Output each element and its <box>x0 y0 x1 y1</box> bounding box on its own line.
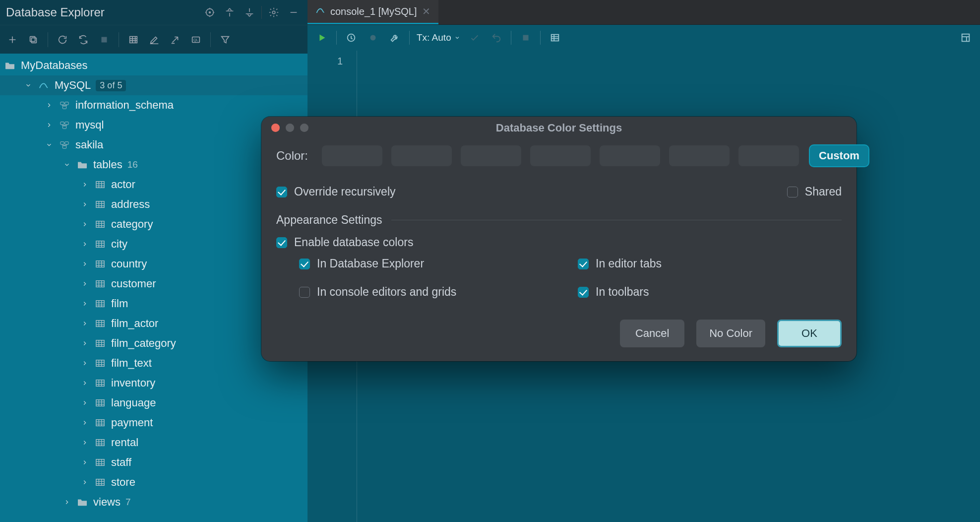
color-swatch[interactable] <box>322 145 382 166</box>
layout-icon[interactable] <box>958 30 973 45</box>
option-label: In toolbars <box>596 285 649 299</box>
line-number: 1 <box>307 56 343 67</box>
tree-table[interactable]: rental <box>0 433 307 453</box>
table-label: film <box>111 297 128 310</box>
minimize-icon[interactable] <box>284 2 304 22</box>
tree-table[interactable]: language <box>0 393 307 413</box>
separator <box>210 32 211 47</box>
table-icon <box>94 319 106 328</box>
console-toolbar: Tx: Auto <box>307 25 980 51</box>
collapse-all-icon[interactable] <box>240 2 259 22</box>
close-window-icon[interactable] <box>271 124 280 132</box>
svg-rect-26 <box>96 340 104 347</box>
grid-icon[interactable] <box>125 31 142 48</box>
enable-colors-checkbox[interactable]: Enable database colors <box>276 236 842 249</box>
option-label: In Database Explorer <box>317 257 424 270</box>
checkbox-icon <box>299 259 310 269</box>
svg-text:QL: QL <box>193 37 198 42</box>
close-icon[interactable]: ✕ <box>422 5 430 17</box>
tree-root[interactable]: MyDatabases <box>0 56 307 75</box>
svg-point-1 <box>209 12 211 13</box>
chevron-right-icon <box>80 380 89 387</box>
editor-tabs: console_1 [MySQL] ✕ <box>307 0 980 25</box>
stop-icon[interactable] <box>96 31 113 48</box>
table-icon <box>94 299 106 309</box>
result-grid-icon[interactable] <box>548 30 562 45</box>
color-swatch[interactable] <box>669 145 730 166</box>
svg-rect-4 <box>30 36 35 41</box>
target-icon[interactable] <box>200 2 220 22</box>
expand-all-icon[interactable] <box>220 2 240 22</box>
shared-checkbox[interactable]: Shared <box>787 185 842 198</box>
color-swatch[interactable] <box>391 145 452 166</box>
commit-icon[interactable] <box>467 30 482 45</box>
stop-icon[interactable] <box>518 30 533 45</box>
ok-button[interactable]: OK <box>777 320 842 347</box>
table-icon <box>94 338 106 348</box>
separator <box>336 31 337 45</box>
tree-views-group[interactable]: views 7 <box>0 492 307 512</box>
edit-icon[interactable] <box>146 31 163 48</box>
svg-rect-27 <box>96 360 104 367</box>
schema-icon <box>59 140 70 150</box>
in-explorer-checkbox[interactable]: In Database Explorer <box>299 257 563 270</box>
svg-rect-38 <box>962 34 970 42</box>
tx-mode-dropdown[interactable]: Tx: Auto <box>417 32 460 43</box>
refresh-icon[interactable] <box>54 31 71 48</box>
table-label: city <box>111 238 127 251</box>
appearance-section-header: Appearance Settings <box>276 213 842 227</box>
filter-icon[interactable] <box>217 31 234 48</box>
copy-icon[interactable] <box>25 31 42 48</box>
tree-table[interactable]: payment <box>0 413 307 433</box>
chevron-right-icon <box>80 360 89 367</box>
table-icon <box>94 219 106 229</box>
minimize-window-icon[interactable] <box>286 124 294 132</box>
override-checkbox[interactable]: Override recursively <box>276 185 396 198</box>
chevron-right-icon <box>62 499 71 506</box>
tree-table[interactable]: inventory <box>0 373 307 393</box>
svg-rect-37 <box>551 35 558 41</box>
zoom-window-icon[interactable] <box>300 124 308 132</box>
table-icon <box>94 259 106 269</box>
svg-rect-5 <box>102 37 107 42</box>
shared-label: Shared <box>805 185 842 198</box>
in-console-checkbox[interactable]: In console editors and grids <box>299 285 563 299</box>
record-icon[interactable] <box>366 30 380 45</box>
chevron-right-icon <box>80 479 89 486</box>
cancel-button[interactable]: Cancel <box>620 320 684 347</box>
svg-rect-23 <box>96 281 104 287</box>
history-icon[interactable] <box>344 30 359 45</box>
tree-table[interactable]: store <box>0 472 307 492</box>
in-editor-tabs-checkbox[interactable]: In editor tabs <box>578 257 842 270</box>
run-icon[interactable] <box>314 30 329 45</box>
wrench-icon[interactable] <box>387 30 402 45</box>
sync-icon[interactable] <box>75 31 92 48</box>
tree-schema[interactable]: information_schema <box>0 95 307 115</box>
table-icon <box>94 199 106 209</box>
color-swatch[interactable] <box>530 145 591 166</box>
color-swatch[interactable] <box>738 145 799 166</box>
table-label: inventory <box>111 377 155 390</box>
tree-datasource-mysql[interactable]: MySQL 3 of 5 <box>0 75 307 95</box>
color-settings-dialog: Database Color Settings Color: Custom Ov… <box>261 117 857 361</box>
settings-icon[interactable] <box>264 2 284 22</box>
in-toolbars-checkbox[interactable]: In toolbars <box>578 285 842 299</box>
svg-rect-15 <box>61 142 64 144</box>
group-label: views <box>93 496 121 509</box>
override-shared-row: Override recursively Shared <box>276 181 842 202</box>
rollback-icon[interactable] <box>489 30 504 45</box>
custom-color-button[interactable]: Custom <box>809 144 869 167</box>
add-icon[interactable] <box>4 31 21 48</box>
chevron-down-icon <box>62 161 71 168</box>
tree-table[interactable]: staff <box>0 453 307 472</box>
checkbox-icon <box>578 259 589 269</box>
table-icon <box>94 358 106 368</box>
jump-icon[interactable] <box>167 31 184 48</box>
editor-tab-console[interactable]: console_1 [MySQL] ✕ <box>307 0 438 24</box>
no-color-button[interactable]: No Color <box>696 320 765 347</box>
table-label: staff <box>111 456 131 469</box>
ql-console-icon[interactable]: QL <box>187 31 204 48</box>
tree-table[interactable]: film_text <box>0 353 307 373</box>
color-swatch[interactable] <box>461 145 521 166</box>
color-swatch[interactable] <box>600 145 660 166</box>
